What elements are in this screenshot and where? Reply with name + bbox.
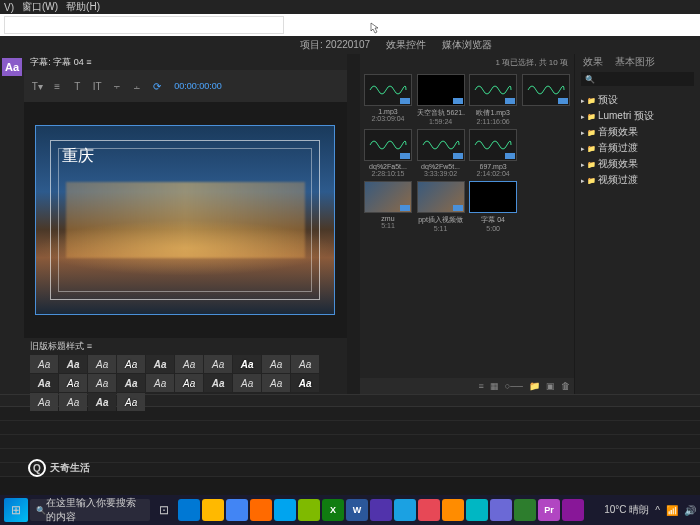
clip-thumbnail[interactable] [364,74,412,106]
align-icon[interactable]: ≡ [50,79,64,93]
taskbar-app-icon[interactable] [394,499,416,521]
menu-item[interactable]: V) [4,2,14,13]
tab-essential-graphics[interactable]: 基本图形 [615,55,655,69]
style-swatch[interactable]: Aa [291,374,319,392]
taskbar-app-icon[interactable] [250,499,272,521]
style-swatch[interactable]: Aa [88,355,116,373]
video-track[interactable] [0,421,700,435]
style-swatch[interactable]: Aa [204,374,232,392]
taskbar-app-icon[interactable] [178,499,200,521]
style-swatch[interactable]: Aa [175,374,203,392]
taskbar-app-icon[interactable]: W [346,499,368,521]
style-swatch[interactable]: Aa [30,355,58,373]
task-view-icon[interactable]: ⊡ [152,498,176,522]
taskbar-app-icon[interactable] [514,499,536,521]
project-clip[interactable]: 天空音轨 5621...1:59:24 [416,74,465,125]
effects-search-input[interactable] [581,72,694,86]
style-swatch[interactable]: Aa [88,374,116,392]
style-swatch[interactable]: Aa [117,355,145,373]
taskbar-app-icon[interactable] [226,499,248,521]
clip-thumbnail[interactable] [364,129,412,161]
new-bin-icon[interactable]: 📁 [529,381,540,391]
style-swatch[interactable]: Aa [59,393,87,411]
taskbar-app-icon[interactable] [466,499,488,521]
sync-icon[interactable]: ⟳ [150,79,164,93]
align-left-icon[interactable]: ⫟ [110,79,124,93]
taskbar-app-icon[interactable] [418,499,440,521]
align-center-icon[interactable]: ⫠ [130,79,144,93]
project-clip[interactable]: 字幕 045:00 [469,181,518,232]
style-swatch[interactable]: Aa [59,374,87,392]
new-item-icon[interactable]: ▣ [546,381,555,391]
timeline-tracks[interactable] [0,407,700,477]
style-swatch[interactable]: Aa [204,355,232,373]
taskbar-app-icon[interactable]: X [322,499,344,521]
style-swatch[interactable]: Aa [262,355,290,373]
zoom-slider-icon[interactable]: ○── [505,381,523,391]
clip-thumbnail[interactable] [364,181,412,213]
audio-track[interactable] [0,449,700,463]
effects-folder[interactable]: 视频过渡 [581,172,694,188]
style-swatch[interactable]: Aa [146,374,174,392]
project-clip[interactable]: 1.mp32:03:09:04 [364,74,413,125]
app-menubar[interactable]: V) 窗口(W) 帮助(H) [0,0,700,14]
project-clip[interactable]: ppt插入视频做5:11 [416,181,465,232]
network-icon[interactable]: 📶 [666,505,678,516]
project-clip[interactable]: 697.mp32:14:02:04 [469,129,518,177]
menu-item-help[interactable]: 帮助(H) [66,0,100,14]
project-clip[interactable] [521,74,570,125]
tab-media-browser[interactable]: 媒体浏览器 [442,38,492,52]
style-swatch[interactable]: Aa [117,374,145,392]
style-swatch[interactable]: Aa [146,355,174,373]
preview-canvas[interactable]: 重庆 [35,125,335,315]
panel-divider[interactable] [347,54,360,394]
clip-thumbnail[interactable] [522,74,570,106]
taskbar-app-icon[interactable] [202,499,224,521]
project-clip[interactable]: dq%2Fa5t...2:28:10:15 [364,129,413,177]
style-swatch[interactable]: Aa [30,374,58,392]
style-swatch[interactable]: Aa [175,355,203,373]
effects-folder[interactable]: 音频效果 [581,124,694,140]
project-clip[interactable]: dq%2Fw5t...3:33:39:02 [416,129,465,177]
effects-folder[interactable]: Lumetri 预设 [581,108,694,124]
icon-view-icon[interactable]: ▦ [490,381,499,391]
taskbar-app-icon[interactable] [370,499,392,521]
effects-folder[interactable]: 预设 [581,92,694,108]
style-swatch[interactable]: Aa [233,355,261,373]
style-swatch[interactable]: Aa [88,393,116,411]
clip-thumbnail[interactable] [469,74,517,106]
type-tool[interactable]: Aa [2,58,22,76]
style-swatch[interactable]: Aa [30,393,58,411]
text-tool-icon[interactable]: T [70,79,84,93]
clip-thumbnail[interactable] [469,181,517,213]
clip-thumbnail[interactable] [417,74,465,106]
timecode-display[interactable]: 00:00:00:00 [174,81,222,91]
taskbar-app-icon[interactable] [490,499,512,521]
taskbar-app-icon[interactable] [298,499,320,521]
tab-effects[interactable]: 效果 [583,55,603,69]
system-tray[interactable]: 10°C 晴朗 ^ 📶 🔊 [604,503,696,517]
menu-item-window[interactable]: 窗口(W) [22,0,58,14]
clip-thumbnail[interactable] [469,129,517,161]
taskbar-app-icon[interactable]: Pr [538,499,560,521]
tab-project[interactable]: 项目: 20220107 [300,38,370,52]
browser-tab[interactable] [4,16,284,34]
taskbar-app-icon[interactable] [442,499,464,521]
taskbar-app-icon[interactable] [274,499,296,521]
project-clip[interactable]: zmu5:11 [364,181,413,232]
effects-folder[interactable]: 视频效果 [581,156,694,172]
style-swatch[interactable]: Aa [117,393,145,411]
trash-icon[interactable]: 🗑 [561,381,570,391]
taskbar-search[interactable]: 🔍 在这里输入你要搜索的内容 [30,499,150,521]
start-button[interactable]: ⊞ [4,498,28,522]
project-clip[interactable]: 欧倩1.mp32:11:16:06 [469,74,518,125]
tab-effect-controls[interactable]: 效果控件 [386,38,426,52]
taskbar-app-icon[interactable] [562,499,584,521]
title-text-element[interactable]: 重庆 [62,146,94,167]
tray-chevron-icon[interactable]: ^ [655,505,660,516]
volume-icon[interactable]: 🔊 [684,505,696,516]
clip-thumbnail[interactable] [417,181,465,213]
effects-folder[interactable]: 音频过渡 [581,140,694,156]
style-swatch[interactable]: Aa [233,374,261,392]
list-view-icon[interactable]: ≡ [479,381,484,391]
